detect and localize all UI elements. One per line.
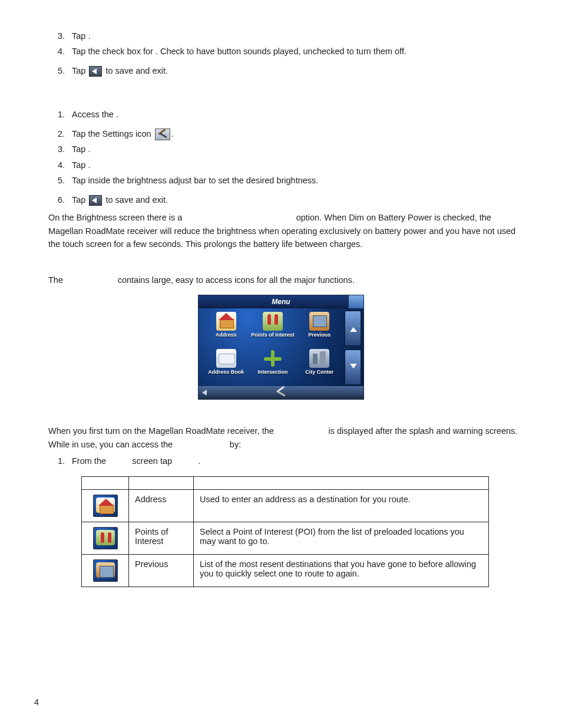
menu-screenshot: Menu Address Points of Interest Previous… (198, 295, 364, 400)
step5b-text: to save and exit. (103, 66, 168, 75)
table-row: Previous List of the most resent destina… (82, 554, 489, 587)
back-icon (89, 66, 102, 77)
step4b-text: . Check to have button sounds played, un… (156, 47, 406, 56)
b-step6b: to save and exit. (103, 195, 168, 205)
previous-icon (309, 312, 329, 331)
settings-icon (155, 129, 170, 140)
menu-item-addressbook: Address Book (203, 349, 249, 385)
row-desc: Select a Point of Interest (POI) from th… (194, 522, 489, 554)
poi-icon (93, 527, 118, 549)
intersection-icon (263, 349, 283, 368)
row-name: Previous (129, 554, 194, 587)
access-step1: From the screen tap . (72, 456, 200, 466)
row-name: Points of Interest (129, 522, 194, 554)
mainmenu-intro: The contains large, easy to access icons… (48, 274, 528, 286)
steps-brightness: 1.Access the . 2.Tap the Settings icon .… (34, 108, 528, 206)
book-icon (216, 349, 236, 368)
city-icon (309, 349, 329, 368)
menu-item-address: Address (203, 312, 249, 348)
menu-item-poi: Points of Interest (250, 312, 295, 348)
b-step6a: Tap (72, 195, 88, 205)
scroll-down-icon (345, 350, 361, 385)
page-number: 4 (34, 697, 39, 707)
b-step4: Tap (72, 160, 88, 170)
tools-icon (275, 387, 287, 398)
b-step3: Tap (72, 144, 88, 154)
battery-icon (348, 295, 363, 308)
b-step5: Tap inside the brightness adjust bar to … (72, 176, 318, 185)
poi-icon (263, 312, 283, 331)
b-step1: Access the (72, 110, 116, 119)
row-desc: Used to enter an address as a destinatio… (194, 489, 489, 522)
table-row: Address Used to enter an address as a de… (82, 489, 489, 522)
step5a-text: Tap (72, 66, 88, 75)
menu-item-previous: Previous (297, 312, 342, 348)
row-name: Address (129, 489, 194, 522)
menu-title: Menu (199, 295, 363, 308)
row-desc: List of the most resent destinations tha… (194, 554, 489, 587)
previous-icon (93, 559, 118, 582)
step4a-text: Tap the check box for (72, 47, 156, 56)
steps-access: 1.From the screen tap . (34, 454, 528, 467)
access-paragraph: When you first turn on the Magellan Road… (48, 424, 528, 451)
back-triangle-icon (202, 390, 207, 396)
b-step2: Tap the Settings icon (72, 129, 154, 139)
brightness-paragraph: On the Brightness screen there is a opti… (48, 211, 528, 251)
buttons-table: Address Used to enter an address as a de… (81, 476, 489, 587)
table-row: Points of Interest Select a Point of Int… (82, 522, 489, 554)
address-icon (93, 495, 118, 517)
step3-text: Tap (72, 31, 88, 41)
menu-item-citycenter: City Center (297, 349, 342, 385)
scroll-up-icon (345, 311, 361, 346)
back-icon (89, 195, 102, 206)
steps-sounds: 3.Tap . 4.Tap the check box for . Check … (34, 29, 528, 77)
house-icon (216, 312, 236, 331)
menu-item-intersection: Intersection (250, 349, 295, 385)
